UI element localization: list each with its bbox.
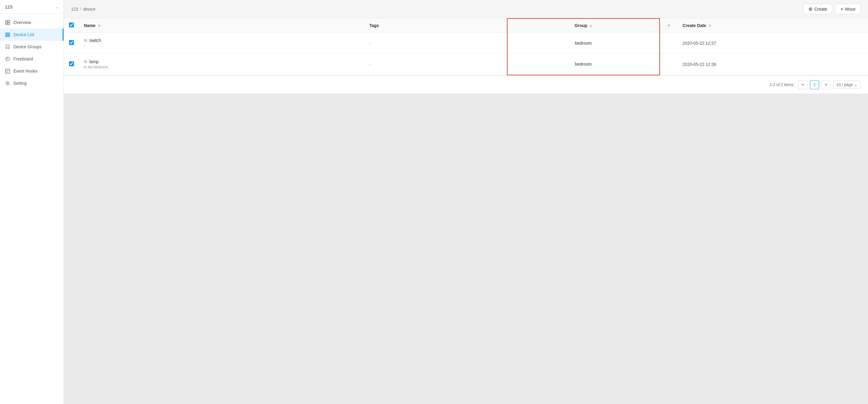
plus-circle-icon: ⊕	[808, 6, 812, 12]
row-1-checkbox[interactable]	[69, 40, 74, 45]
date-sort-icon	[709, 24, 711, 27]
col-header-checkbox	[64, 19, 79, 33]
sidebar-item-device-groups[interactable]: Device Groups	[0, 41, 64, 53]
svg-point-12	[7, 82, 8, 84]
move-label: Move	[845, 7, 856, 11]
col-header-group[interactable]: Group	[507, 19, 659, 33]
col-header-tags[interactable]: Tags	[364, 19, 507, 33]
table-row: switch - - bedroom 2020-05-22 12:37	[64, 33, 868, 54]
svg-rect-1	[8, 20, 10, 22]
row-2-group-cell: bedroom	[507, 54, 659, 75]
row-2-date-cell: 2020-05-22 12:39	[678, 54, 868, 75]
sidebar-item-event-hooks-label: Event Hooks	[13, 69, 37, 73]
page-size-chevron-icon: ⌄	[854, 82, 857, 87]
workspace-selector[interactable]: 123 ⌄	[0, 0, 64, 14]
device-name: switch	[89, 38, 101, 43]
sidebar-item-device-list-label: Device List	[13, 32, 34, 37]
chevron-down-icon: ⌄	[56, 5, 59, 9]
breadcrumb: 123 / device	[71, 7, 95, 11]
col-header-filter[interactable]: ▼	[659, 19, 678, 33]
move-button[interactable]: + Move	[835, 4, 861, 14]
sidebar-item-setting-label: Setting	[13, 81, 27, 86]
device-table-container: Name Tags Group	[64, 18, 868, 76]
device-status-icon	[84, 39, 87, 42]
device-desc: -	[84, 44, 360, 48]
sidebar-item-event-hooks[interactable]: Event Hooks	[0, 65, 64, 77]
sidebar-item-freeboard-label: Freeboard	[13, 57, 33, 61]
row-1-tags-cell: -	[364, 33, 507, 54]
row-1-name-cell: switch -	[79, 33, 364, 54]
breadcrumb-separator: /	[80, 7, 81, 11]
svg-rect-9	[5, 69, 10, 73]
device-desc: in the bedroom	[84, 65, 360, 69]
pagination-info: 1-2 of 2 items	[770, 82, 794, 87]
next-icon: >	[825, 82, 827, 87]
table-row: lamp in the bedroom - bedroom 2020-05-22…	[64, 54, 868, 75]
prev-icon: <	[802, 82, 804, 87]
row-1-group-cell: bedroom	[507, 33, 659, 54]
sidebar-item-freeboard[interactable]: Freeboard	[0, 53, 64, 65]
sidebar-item-setting[interactable]: Setting	[0, 77, 64, 89]
next-page-button[interactable]: >	[822, 80, 831, 89]
device-table: Name Tags Group	[64, 18, 868, 75]
breadcrumb-page: device	[83, 7, 95, 11]
name-sort-icon	[98, 24, 100, 27]
svg-rect-3	[8, 23, 10, 25]
create-button[interactable]: ⊕ Create	[803, 4, 832, 14]
row-1-name-row: switch	[84, 38, 360, 43]
current-page-label: 1	[813, 82, 815, 87]
create-label: Create	[814, 7, 827, 11]
select-all-checkbox[interactable]	[69, 23, 74, 27]
row-1-date-cell: 2020-05-22 12:37	[678, 33, 868, 54]
svg-rect-2	[5, 23, 7, 25]
sidebar-nav: Overview Device List Device Groups	[0, 14, 64, 89]
main-content: 123 / device ⊕ Create + Move	[64, 0, 868, 404]
col-header-date[interactable]: Create Date	[678, 19, 868, 33]
gear-icon	[5, 80, 10, 86]
current-page-button[interactable]: 1	[810, 80, 819, 89]
sidebar-item-overview-label: Overview	[13, 20, 31, 25]
device-status-icon	[84, 60, 87, 63]
row-2-name-cell: lamp in the bedroom	[79, 54, 364, 75]
svg-point-8	[7, 59, 8, 59]
row-1-filter-cell	[659, 33, 678, 54]
row-2-checkbox-cell	[64, 54, 79, 75]
pagination-bar: 1-2 of 2 items < 1 > 10 / page ⌄	[64, 76, 868, 94]
breadcrumb-workspace: 123	[71, 7, 78, 11]
row-2-filter-cell	[659, 54, 678, 75]
list-icon	[5, 32, 10, 37]
topbar-actions: ⊕ Create + Move	[803, 4, 861, 14]
filter-icon: ▼	[666, 23, 671, 28]
svg-rect-4	[5, 33, 10, 34]
sidebar-item-overview[interactable]: Overview	[0, 16, 64, 29]
sidebar: 123 ⌄ Overview Device	[0, 0, 64, 404]
content-area: Name Tags Group	[64, 18, 868, 404]
workspace-name: 123	[5, 4, 12, 9]
page-size-selector[interactable]: 10 / page ⌄	[833, 80, 861, 89]
topbar: 123 / device ⊕ Create + Move	[64, 0, 868, 18]
row-2-tags-cell: -	[364, 54, 507, 75]
group-sort-icon	[590, 25, 592, 27]
svg-rect-6	[5, 36, 10, 37]
grid-icon	[5, 20, 10, 25]
device-name: lamp	[89, 59, 98, 64]
bookmark-icon	[5, 44, 10, 49]
row-2-checkbox[interactable]	[69, 61, 74, 66]
row-1-checkbox-cell	[64, 33, 79, 54]
sidebar-item-device-groups-label: Device Groups	[13, 44, 42, 49]
svg-rect-5	[5, 34, 10, 35]
page-size-label: 10 / page	[836, 82, 853, 87]
row-2-name-row: lamp	[84, 59, 360, 64]
table-icon	[5, 68, 10, 74]
sidebar-item-device-list[interactable]: Device List	[0, 29, 64, 41]
prev-page-button[interactable]: <	[798, 80, 808, 89]
move-icon: +	[840, 6, 843, 12]
col-header-name[interactable]: Name	[79, 19, 364, 33]
svg-rect-0	[5, 20, 7, 22]
dashboard-icon	[5, 56, 10, 62]
